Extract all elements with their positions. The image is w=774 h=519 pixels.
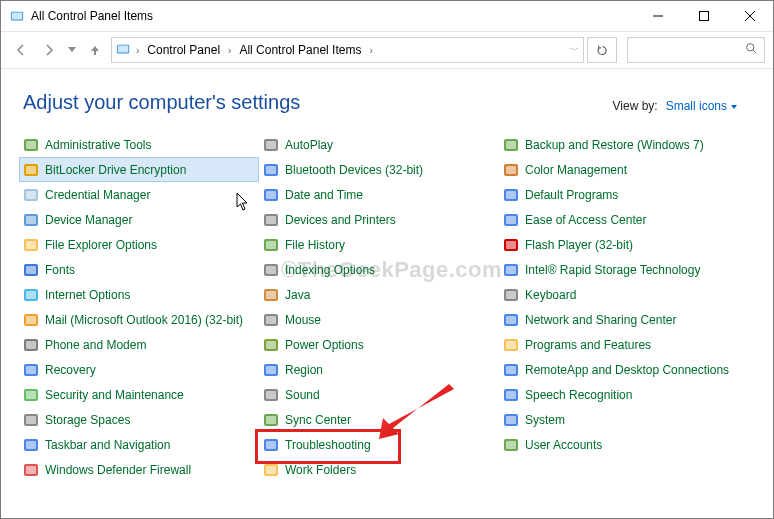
item-label: Security and Maintenance <box>45 388 184 402</box>
up-button[interactable] <box>83 38 107 62</box>
control-panel-item[interactable]: File Explorer Options <box>19 232 259 257</box>
control-panel-item[interactable]: Mail (Microsoft Outlook 2016) (32-bit) <box>19 307 259 332</box>
item-label: Power Options <box>285 338 364 352</box>
control-panel-item[interactable]: Storage Spaces <box>19 407 259 432</box>
control-panel-item[interactable]: Bluetooth Devices (32-bit) <box>259 157 499 182</box>
control-panel-item[interactable]: Keyboard <box>499 282 739 307</box>
item-label: System <box>525 413 565 427</box>
firewall-icon <box>23 462 39 478</box>
control-panel-item[interactable]: Phone and Modem <box>19 332 259 357</box>
address-history-button[interactable]: ﹀ <box>568 44 581 57</box>
recent-locations-button[interactable] <box>65 38 79 62</box>
items-area: Administrative ToolsBitLocker Drive Encr… <box>1 124 773 509</box>
control-panel-item[interactable]: Administrative Tools <box>19 132 259 157</box>
programs-icon <box>503 337 519 353</box>
item-label: Sound <box>285 388 320 402</box>
control-panel-item[interactable]: Speech Recognition <box>499 382 739 407</box>
chevron-right-icon[interactable]: › <box>134 45 141 56</box>
maximize-button[interactable] <box>681 1 727 31</box>
item-label: BitLocker Drive Encryption <box>45 163 186 177</box>
control-panel-item[interactable]: File History <box>259 232 499 257</box>
item-label: Color Management <box>525 163 627 177</box>
mouse-icon <box>263 312 279 328</box>
control-panel-item[interactable]: Taskbar and Navigation <box>19 432 259 457</box>
control-panel-item[interactable]: Default Programs <box>499 182 739 207</box>
close-button[interactable] <box>727 1 773 31</box>
view-by-dropdown[interactable]: Small icons <box>666 99 737 113</box>
item-label: Phone and Modem <box>45 338 146 352</box>
credential-icon <box>23 187 39 203</box>
indexing-icon <box>263 262 279 278</box>
breadcrumb-root[interactable]: Control Panel <box>145 43 222 57</box>
back-button[interactable] <box>9 38 33 62</box>
control-panel-item[interactable]: RemoteApp and Desktop Connections <box>499 357 739 382</box>
item-label: Speech Recognition <box>525 388 632 402</box>
control-panel-item[interactable]: Region <box>259 357 499 382</box>
svg-rect-69 <box>506 166 516 174</box>
svg-rect-7 <box>118 45 129 52</box>
control-panel-item[interactable]: User Accounts <box>499 432 739 457</box>
control-panel-item[interactable]: Mouse <box>259 307 499 332</box>
svg-rect-41 <box>266 166 276 174</box>
control-panel-item[interactable]: Windows Defender Firewall <box>19 457 259 482</box>
minimize-button[interactable] <box>635 1 681 31</box>
control-panel-item[interactable]: Color Management <box>499 157 739 182</box>
control-panel-item[interactable]: Sound <box>259 382 499 407</box>
recovery-icon <box>23 362 39 378</box>
control-panel-item[interactable]: Device Manager <box>19 207 259 232</box>
search-input[interactable] <box>627 37 765 63</box>
control-panel-item[interactable]: Credential Manager <box>19 182 259 207</box>
backup-icon <box>503 137 519 153</box>
chevron-right-icon[interactable]: › <box>226 45 233 56</box>
autoplay-icon <box>263 137 279 153</box>
item-label: Fonts <box>45 263 75 277</box>
item-label: Intel® Rapid Storage Technology <box>525 263 700 277</box>
control-panel-item[interactable]: Sync Center <box>259 407 499 432</box>
svg-rect-31 <box>26 391 36 399</box>
svg-rect-57 <box>266 366 276 374</box>
control-panel-item[interactable]: Fonts <box>19 257 259 282</box>
svg-line-9 <box>753 50 756 53</box>
breadcrumb-current[interactable]: All Control Panel Items <box>237 43 363 57</box>
svg-rect-73 <box>506 216 516 224</box>
control-panel-item[interactable]: Programs and Features <box>499 332 739 357</box>
control-panel-item[interactable]: Backup and Restore (Windows 7) <box>499 132 739 157</box>
control-panel-item[interactable]: Network and Sharing Center <box>499 307 739 332</box>
chevron-right-icon[interactable]: › <box>367 45 374 56</box>
svg-rect-81 <box>506 316 516 324</box>
window-frame: All Control Panel Items › Control Panel … <box>0 0 774 519</box>
item-label: File Explorer Options <box>45 238 157 252</box>
svg-rect-91 <box>506 441 516 449</box>
control-panel-item[interactable]: AutoPlay <box>259 132 499 157</box>
svg-rect-43 <box>266 191 276 199</box>
control-panel-item[interactable]: Recovery <box>19 357 259 382</box>
control-panel-item[interactable]: Intel® Rapid Storage Technology <box>499 257 739 282</box>
item-label: Indexing Options <box>285 263 375 277</box>
item-label: File History <box>285 238 345 252</box>
item-label: AutoPlay <box>285 138 333 152</box>
item-label: Mail (Microsoft Outlook 2016) (32-bit) <box>45 313 243 327</box>
control-panel-item[interactable]: Indexing Options <box>259 257 499 282</box>
control-panel-item[interactable]: Java <box>259 282 499 307</box>
control-panel-item[interactable]: Work Folders <box>259 457 499 482</box>
item-label: Default Programs <box>525 188 618 202</box>
control-panel-item[interactable]: Troubleshooting <box>259 432 499 457</box>
control-panel-item[interactable]: BitLocker Drive Encryption <box>19 157 259 182</box>
item-label: Flash Player (32-bit) <box>525 238 633 252</box>
control-panel-item[interactable]: Devices and Printers <box>259 207 499 232</box>
svg-rect-23 <box>26 291 36 299</box>
chevron-down-icon <box>731 105 737 109</box>
keyboard-icon <box>503 287 519 303</box>
control-panel-item[interactable]: System <box>499 407 739 432</box>
refresh-button[interactable] <box>587 37 617 63</box>
control-panel-item[interactable]: Security and Maintenance <box>19 382 259 407</box>
control-panel-item[interactable]: Flash Player (32-bit) <box>499 232 739 257</box>
item-label: Taskbar and Navigation <box>45 438 170 452</box>
internet-icon <box>23 287 39 303</box>
address-bar[interactable]: › Control Panel › All Control Panel Item… <box>111 37 584 63</box>
control-panel-item[interactable]: Power Options <box>259 332 499 357</box>
control-panel-item[interactable]: Internet Options <box>19 282 259 307</box>
forward-button[interactable] <box>37 38 61 62</box>
control-panel-item[interactable]: Date and Time <box>259 182 499 207</box>
control-panel-item[interactable]: Ease of Access Center <box>499 207 739 232</box>
